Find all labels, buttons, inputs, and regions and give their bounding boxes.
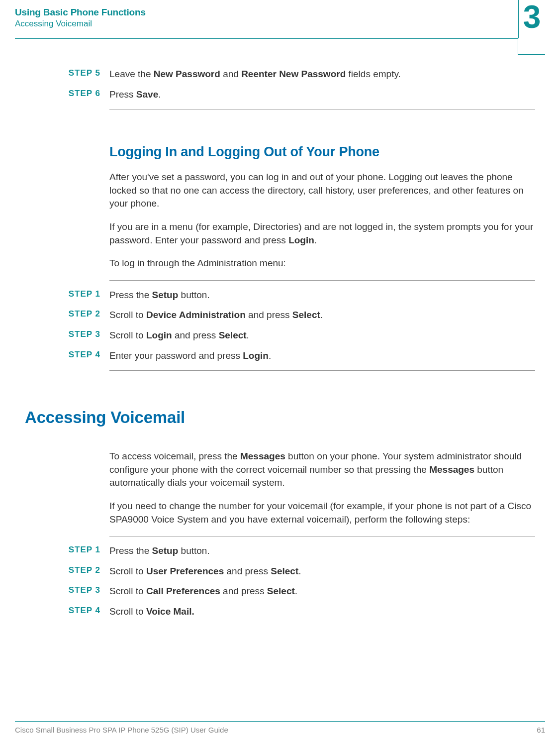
body-text: If you need to change the number for you… [109,500,535,526]
step-body: Scroll to Login and press Select. [109,329,535,342]
page-header: Using Basic Phone Functions Accessing Vo… [0,0,560,43]
chapter-number: 3 [523,1,541,33]
step-row: STEP 2 Scroll to User Preferences and pr… [25,565,535,578]
body-text: To log in through the Administration men… [109,257,535,270]
section-logging-in: Logging In and Logging Out of Your Phone… [109,144,535,270]
page-number: 61 [537,726,545,734]
step-row: STEP 4 Scroll to Voice Mail. [25,605,535,619]
body-text: If you are in a menu (for example, Direc… [109,220,535,247]
step-row: STEP 4 Enter your password and press Log… [25,349,535,363]
step-label: STEP 4 [25,349,109,360]
chapter-number-box: 3 [518,0,545,38]
step-row: STEP 3 Scroll to Call Preferences and pr… [25,585,535,598]
section-rule [109,109,535,109]
step-body: Scroll to Device Administration and pres… [109,309,535,322]
section-rule [109,370,535,371]
step-row: STEP 6 Press Save. [25,88,535,102]
header-subtitle: Accessing Voicemail [15,19,545,29]
header-rule-tail [518,54,545,55]
step-body: Enter your password and press Login. [109,349,535,363]
footer-title: Cisco Small Business Pro SPA IP Phone 52… [15,726,228,734]
header-rule [15,38,518,39]
step-row: STEP 2 Scroll to Device Administration a… [25,309,535,322]
step-body: Press the Setup button. [109,289,535,302]
step-label: STEP 2 [25,309,109,319]
step-row: STEP 1 Press the Setup button. [25,289,535,302]
body-text: To access voicemail, press the Messages … [109,450,535,490]
section-accessing-voicemail: Accessing Voicemail [25,408,535,427]
section-heading-h1: Accessing Voicemail [25,408,535,427]
step-label: STEP 5 [25,68,109,78]
step-row: STEP 3 Scroll to Login and press Select. [25,329,535,342]
header-title: Using Basic Phone Functions [15,7,545,18]
section-heading: Logging In and Logging Out of Your Phone [109,144,535,160]
step-body: Press the Setup button. [109,544,535,558]
page-content: STEP 5 Leave the New Password and Reente… [0,43,560,618]
step-label: STEP 4 [25,605,109,616]
step-label: STEP 3 [25,329,109,339]
body-block: To access voicemail, press the Messages … [109,450,535,526]
step-body: Scroll to Call Preferences and press Sel… [109,585,535,598]
step-label: STEP 6 [25,88,109,99]
page-footer: Cisco Small Business Pro SPA IP Phone 52… [15,721,545,734]
step-label: STEP 3 [25,585,109,595]
step-body: Scroll to User Preferences and press Sel… [109,565,535,578]
step-label: STEP 1 [25,544,109,555]
step-row: STEP 1 Press the Setup button. [25,544,535,558]
step-body: Leave the New Password and Reenter New P… [109,68,535,81]
header-rule-vert [518,38,518,55]
step-row: STEP 5 Leave the New Password and Reente… [25,68,535,81]
body-text: After you've set a password, you can log… [109,171,535,211]
step-label: STEP 1 [25,289,109,299]
step-label: STEP 2 [25,565,109,575]
step-body: Scroll to Voice Mail. [109,605,535,619]
step-body: Press Save. [109,88,535,102]
